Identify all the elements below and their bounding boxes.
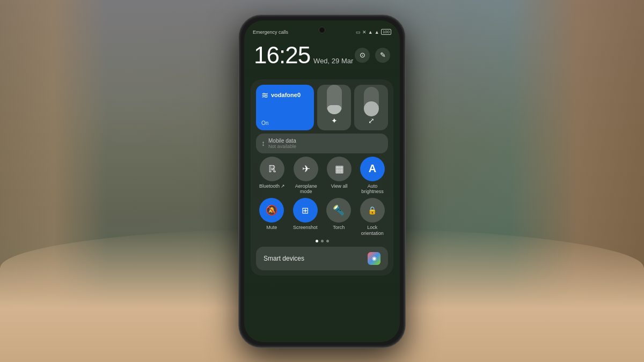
autobrightness-toggle-item: A Auto brightness xyxy=(360,157,385,195)
lockorientation-label: Lock orientation xyxy=(361,225,384,237)
bluetooth-label: Bluetooth ↗ xyxy=(259,183,286,189)
expand-icon: ⤢ xyxy=(368,116,375,125)
quick-settings-panel: ≋ vodafone0 On ✦ ⤢ xyxy=(251,79,393,276)
mobile-data-info: Mobile data Not available xyxy=(268,138,296,149)
edit-button[interactable]: ✎ xyxy=(375,48,390,63)
volume-slider-fill xyxy=(364,101,379,116)
aeroplane-toggle-item: ✈ Aeroplane mode xyxy=(294,157,318,195)
emergency-calls-label: Emergency calls xyxy=(253,29,288,35)
silent-icon: ✕ xyxy=(362,29,367,35)
phone-frame: Emergency calls ▭ ✕ ▲ ▲ 100 16:25 Wed, 2… xyxy=(239,15,405,348)
phone-screen: Emergency calls ▭ ✕ ▲ ▲ 100 16:25 Wed, 2… xyxy=(244,20,400,342)
mute-icon: 🔕 xyxy=(266,204,277,216)
wifi-tile[interactable]: ≋ vodafone0 On xyxy=(256,85,314,130)
brightness-slider-fill xyxy=(327,105,342,114)
lockorientation-icon: 🔒 xyxy=(368,206,377,215)
torch-toggle-item: 🔦 Torch xyxy=(326,198,351,237)
screenshot-toggle-item: ⊞ Screenshot xyxy=(293,198,318,237)
lockorientation-toggle-item: 🔒 Lock orientation xyxy=(360,198,385,237)
toggles-row-1: ℝ Bluetooth ↗ ✈ Aeroplane mode ▦ View al… xyxy=(256,157,388,195)
smart-devices-icon: ◉ xyxy=(368,252,380,265)
aeroplane-icon: ✈ xyxy=(302,163,310,175)
brightness-tile[interactable]: ✦ xyxy=(317,85,351,130)
page-dot-2 xyxy=(321,240,324,242)
viewall-button[interactable]: ▦ xyxy=(327,157,352,181)
volume-slider-track xyxy=(364,87,379,116)
brightness-settings-icon: ⊙ xyxy=(360,51,365,59)
date-display: Wed, 29 Mar xyxy=(313,57,353,65)
mobile-data-icon: ↕ xyxy=(261,139,265,147)
viewall-icon: ▦ xyxy=(335,163,344,175)
smart-devices-logo-icon: ◉ xyxy=(372,255,377,261)
viewall-toggle-item: ▦ View all xyxy=(327,157,352,195)
torch-button[interactable]: 🔦 xyxy=(326,198,351,223)
portrait-icon: ▭ xyxy=(356,29,361,35)
smart-devices-bar[interactable]: Smart devices ◉ xyxy=(256,247,388,270)
time-area: 16:25 Wed, 29 Mar ⊙ ✎ xyxy=(244,40,400,71)
lockorientation-button[interactable]: 🔒 xyxy=(360,198,385,223)
wifi-network-name: vodafone0 xyxy=(271,92,301,98)
page-dot-1 xyxy=(316,240,318,242)
aeroplane-label: Aeroplane mode xyxy=(295,183,317,195)
page-dots xyxy=(256,240,388,242)
edit-icon: ✎ xyxy=(380,51,386,59)
time-action-icons[interactable]: ⊙ ✎ xyxy=(355,48,390,63)
mobile-data-name: Mobile data xyxy=(268,138,296,144)
toggles-row-2: 🔕 Mute ⊞ Screenshot 🔦 Torch xyxy=(256,198,388,237)
expand-tile[interactable]: ⤢ xyxy=(354,85,388,130)
bluetooth-toggle-item: ℝ Bluetooth ↗ xyxy=(259,157,286,195)
torch-label: Torch xyxy=(333,225,345,231)
time-display: 16:25 Wed, 29 Mar xyxy=(254,42,353,69)
screenshot-label: Screenshot xyxy=(293,225,318,231)
wifi-status: On xyxy=(261,120,309,126)
brightness-settings-button[interactable]: ⊙ xyxy=(355,48,370,63)
top-tiles-row: ≋ vodafone0 On ✦ ⤢ xyxy=(256,85,388,130)
wifi-tile-header: ≋ vodafone0 xyxy=(261,90,309,100)
screenshot-button[interactable]: ⊞ xyxy=(293,198,318,223)
mobile-data-status: Not available xyxy=(268,144,296,149)
sun-icon: ✦ xyxy=(331,116,338,125)
mobile-data-tile[interactable]: ↕ Mobile data Not available xyxy=(256,134,388,153)
screenshot-icon: ⊞ xyxy=(302,205,309,216)
bluetooth-icon: ℝ xyxy=(268,163,276,175)
page-dot-3 xyxy=(326,240,329,242)
status-icons: ▭ ✕ ▲ ▲ 100 xyxy=(356,29,391,35)
camera-notch xyxy=(319,27,325,33)
autobrightness-label: Auto brightness xyxy=(361,183,384,195)
battery-text: 100 xyxy=(381,29,391,35)
aeroplane-button[interactable]: ✈ xyxy=(294,157,318,181)
viewall-label: View all xyxy=(331,183,348,189)
signal-icon: ▲ xyxy=(368,29,373,35)
wifi-status-icon: ▲ xyxy=(375,29,379,35)
brightness-slider-track xyxy=(327,85,342,114)
bluetooth-button[interactable]: ℝ xyxy=(260,157,284,181)
autobrightness-icon: A xyxy=(369,162,376,175)
smart-devices-label: Smart devices xyxy=(264,255,304,262)
mute-toggle-item: 🔕 Mute xyxy=(259,198,284,237)
mute-label: Mute xyxy=(266,225,277,231)
clock-time: 16:25 xyxy=(254,42,310,69)
mute-button[interactable]: 🔕 xyxy=(259,198,284,223)
autobrightness-button[interactable]: A xyxy=(360,157,385,181)
wifi-icon: ≋ xyxy=(261,90,268,100)
torch-icon: 🔦 xyxy=(333,204,345,216)
